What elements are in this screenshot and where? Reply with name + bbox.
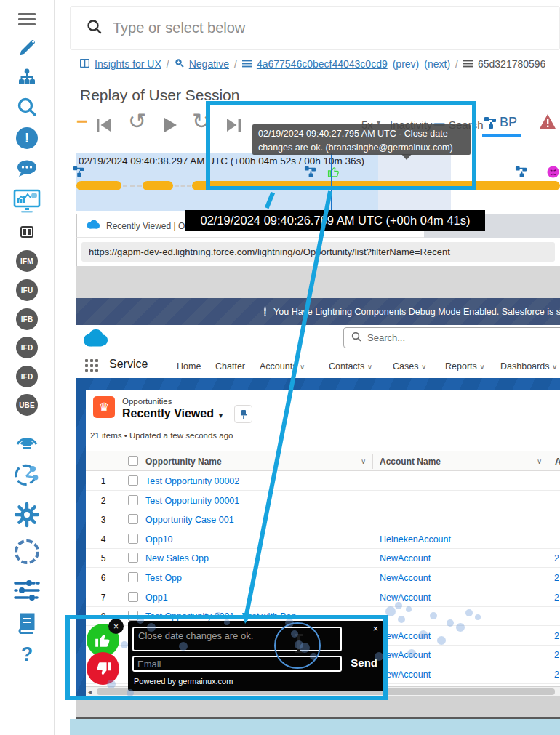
pencil-icon[interactable] bbox=[17, 38, 37, 61]
column-header-opportunity-name[interactable]: Opportunity Name bbox=[145, 457, 222, 467]
dashed-circle-icon[interactable] bbox=[15, 539, 39, 564]
badge-ifd-2[interactable]: IFD bbox=[16, 366, 38, 387]
datastream-icon[interactable] bbox=[14, 425, 40, 453]
branch-marker-icon[interactable] bbox=[73, 166, 84, 180]
step-forward-button[interactable]: ↻ bbox=[192, 111, 210, 132]
app-launcher-waffle-icon[interactable] bbox=[85, 359, 98, 372]
row-checkbox[interactable] bbox=[128, 495, 138, 505]
skip-to-start-button[interactable] bbox=[95, 116, 113, 137]
timeline-activity-segment[interactable] bbox=[192, 181, 560, 190]
row-checkbox[interactable] bbox=[128, 592, 138, 602]
app-name[interactable]: Service bbox=[109, 358, 148, 371]
badge-ube[interactable]: UBE bbox=[16, 394, 38, 416]
opportunity-link[interactable]: Opp10 bbox=[145, 534, 173, 545]
branch-marker-icon[interactable] bbox=[304, 166, 316, 181]
salesforce-navbar bbox=[76, 354, 560, 378]
opportunity-link[interactable]: Test Opportunity 00002 bbox=[145, 476, 239, 486]
step-back-button[interactable]: ↺ bbox=[128, 111, 146, 132]
account-link[interactable]: NewAccount bbox=[380, 593, 431, 603]
account-link[interactable]: NewAccount bbox=[380, 650, 431, 660]
row-checkbox[interactable] bbox=[128, 611, 138, 621]
alert-exclamation-icon[interactable]: ! bbox=[16, 127, 38, 149]
columns-icon[interactable] bbox=[20, 226, 33, 241]
browser-url-bar[interactable]: https://gapm-dev-ed.lightning.force.com/… bbox=[81, 242, 555, 262]
opportunity-link[interactable]: Opportunity Case 001 bbox=[145, 515, 234, 525]
warning-icon[interactable] bbox=[539, 113, 556, 132]
table-row[interactable]: 6 Test Opp NewAccount 2 bbox=[86, 569, 560, 587]
search-icon[interactable] bbox=[16, 96, 38, 121]
list-view-selector[interactable]: Recently Viewed bbox=[122, 407, 214, 420]
close-panel-icon[interactable]: × bbox=[372, 623, 378, 634]
share-network-icon[interactable] bbox=[14, 464, 40, 491]
scroll-left-arrow-icon[interactable]: ◂ bbox=[88, 688, 92, 696]
row-checkbox[interactable] bbox=[128, 534, 138, 544]
breadcrumb-negative-link[interactable]: Negative bbox=[189, 58, 229, 70]
account-link[interactable]: NewAccount bbox=[380, 573, 431, 583]
nav-tab-reports[interactable]: Reports ∨ bbox=[445, 361, 485, 371]
next-session-link[interactable]: (next) bbox=[424, 58, 450, 70]
nav-tab-chatter[interactable]: Chatter bbox=[215, 361, 245, 371]
timeline-activity-segment[interactable] bbox=[76, 181, 121, 190]
account-link[interactable]: NewAccount bbox=[380, 670, 431, 680]
timeline-playhead[interactable] bbox=[331, 153, 332, 211]
nav-tab-contacts[interactable]: Contacts ∨ bbox=[329, 361, 372, 371]
pin-list-button[interactable] bbox=[234, 405, 252, 423]
table-row[interactable]: 3 Opportunity Case 001 bbox=[86, 510, 560, 529]
account-link[interactable]: NewAccount bbox=[380, 553, 431, 563]
badge-ifb[interactable]: IFB bbox=[16, 308, 38, 330]
send-button[interactable]: Send bbox=[351, 656, 377, 669]
opportunity-link[interactable]: Test Opp bbox=[145, 573, 182, 583]
badge-ifm[interactable]: IFM bbox=[16, 250, 38, 272]
table-row[interactable]: 1 Test Opportunity 00002 bbox=[86, 472, 560, 491]
angry-face-marker-icon[interactable] bbox=[547, 166, 559, 181]
column-header-account-name[interactable]: Account Name bbox=[380, 457, 441, 467]
prev-session-link[interactable]: (prev) bbox=[393, 58, 420, 70]
row-checkbox[interactable] bbox=[128, 475, 138, 486]
badge-ifu[interactable]: IFU bbox=[16, 279, 38, 301]
book-icon[interactable] bbox=[16, 612, 38, 637]
breadcrumb-insights-link[interactable]: Insights for UX bbox=[95, 58, 161, 70]
gear-icon[interactable] bbox=[14, 502, 40, 531]
opportunity-link[interactable]: Opp1 bbox=[145, 593, 168, 603]
chevron-down-icon[interactable]: ∨ bbox=[537, 457, 542, 465]
menu-hamburger-icon[interactable] bbox=[18, 10, 36, 28]
nav-tab-accounts[interactable]: Accounts ∨ bbox=[260, 361, 305, 371]
sitemap-icon[interactable] bbox=[16, 68, 38, 91]
table-row[interactable]: 7 Opp1 NewAccount 2 bbox=[86, 588, 560, 607]
row-checkbox[interactable] bbox=[128, 514, 138, 524]
nav-tab-cases[interactable]: Cases ∨ bbox=[393, 361, 426, 371]
help-question-icon[interactable]: ? bbox=[21, 643, 33, 666]
collapse-minus-icon[interactable]: − bbox=[76, 111, 88, 133]
session-replay-monitor-icon[interactable] bbox=[13, 189, 41, 217]
opportunity-link[interactable]: Test Opportunity 00001 bbox=[145, 496, 239, 506]
table-row[interactable]: 2 Test Opportunity 00001 bbox=[86, 491, 560, 510]
opportunity-link[interactable]: Test Opportunity 0001 - Test with Ben bbox=[145, 611, 297, 622]
timeline-activity-segment[interactable] bbox=[143, 181, 173, 190]
breadcrumb-session-link[interactable]: 4a677546c0becf44043c0cd9 bbox=[257, 58, 388, 70]
play-button[interactable] bbox=[161, 116, 179, 137]
opportunity-link[interactable]: New Sales Opp bbox=[145, 553, 209, 563]
partial-cell: 2 bbox=[554, 631, 559, 641]
chat-icon[interactable] bbox=[15, 158, 39, 182]
close-widget-icon[interactable]: × bbox=[108, 619, 124, 634]
thumbs-down-button[interactable] bbox=[87, 652, 119, 685]
nav-tab-home[interactable]: Home bbox=[177, 361, 201, 371]
badge-ifd[interactable]: IFD bbox=[16, 337, 38, 358]
skip-to-end-button[interactable] bbox=[224, 116, 243, 137]
branch-marker-icon[interactable] bbox=[515, 166, 527, 181]
salesforce-search-input[interactable] bbox=[367, 332, 513, 343]
select-all-checkbox[interactable] bbox=[128, 456, 138, 466]
column-divider[interactable] bbox=[372, 454, 373, 469]
account-link[interactable]: NewAccount bbox=[380, 631, 431, 641]
chevron-down-icon[interactable]: ∨ bbox=[361, 457, 366, 465]
account-link[interactable]: HeinekenAccount bbox=[380, 534, 451, 545]
global-search-input[interactable] bbox=[113, 20, 520, 36]
table-row[interactable]: 5 New Sales Opp NewAccount 2 bbox=[86, 549, 560, 568]
tab-bp[interactable]: BP bbox=[500, 115, 517, 130]
row-checkbox[interactable] bbox=[128, 572, 138, 582]
row-checkbox[interactable] bbox=[128, 553, 138, 563]
nav-tab-dashboards[interactable]: Dashboards ∨ bbox=[500, 361, 557, 371]
table-row[interactable]: 4 Opp10 HeinekenAccount bbox=[86, 530, 560, 549]
thumbs-up-marker-icon[interactable] bbox=[327, 165, 341, 182]
sliders-icon[interactable] bbox=[13, 579, 41, 605]
